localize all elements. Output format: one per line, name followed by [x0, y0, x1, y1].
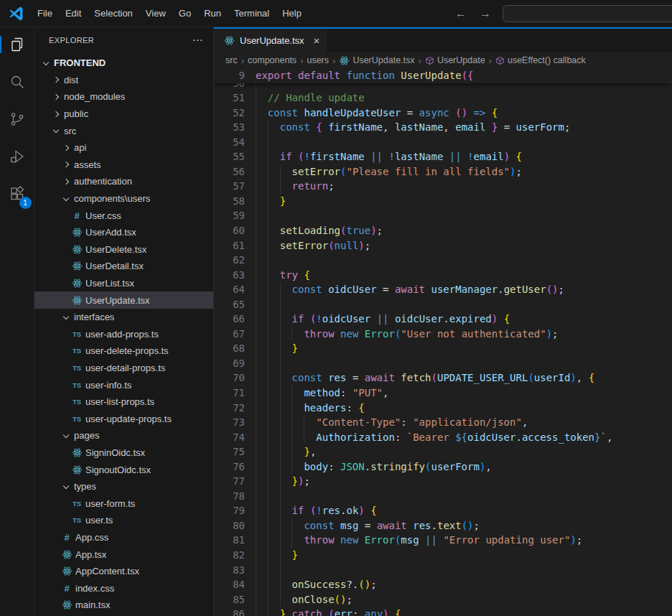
- code-line[interactable]: 68 }: [214, 341, 672, 356]
- tree-item-assets[interactable]: assets: [34, 157, 213, 174]
- menu-item-edit[interactable]: Edit: [59, 5, 88, 22]
- code-line-content[interactable]: [245, 253, 672, 268]
- code-line[interactable]: 56 setError("Please fill in all fields")…: [214, 164, 672, 179]
- line-number[interactable]: 84: [214, 577, 245, 592]
- line-number[interactable]: 9: [214, 68, 245, 83]
- tree-item-pages[interactable]: pages: [34, 427, 213, 444]
- breadcrumb-item-useeffect-callback[interactable]: useEffect() callback: [495, 55, 586, 65]
- code-line[interactable]: 82 }: [214, 548, 672, 563]
- code-line-content[interactable]: onClose();: [245, 592, 672, 607]
- command-center-search[interactable]: [503, 5, 672, 22]
- code-line-content[interactable]: [245, 563, 672, 578]
- code-line-content[interactable]: Authorization: `Bearer ${oidcUser.access…: [245, 430, 672, 445]
- menu-item-selection[interactable]: Selection: [88, 5, 139, 22]
- code-line[interactable]: 53 const { firstName, lastName, email } …: [214, 120, 672, 135]
- tree-item-app-tsx[interactable]: App.tsx: [34, 546, 213, 563]
- breadcrumb-item-components[interactable]: components: [248, 55, 297, 65]
- tree-item-api[interactable]: api: [34, 139, 213, 157]
- tree-item-user-info-ts[interactable]: TSuser-info.ts: [34, 376, 213, 393]
- tree-item-interfaces[interactable]: interfaces: [34, 309, 213, 326]
- line-number[interactable]: 68: [214, 341, 245, 356]
- code-line-content[interactable]: "Content-Type": "application/json",: [245, 415, 672, 430]
- code-line-content[interactable]: if (!firstName || !lastName || !email) {: [245, 149, 672, 164]
- tree-item-authentication[interactable]: authentication: [34, 173, 213, 190]
- tree-item-app-css[interactable]: #App.css: [34, 529, 213, 546]
- explorer-icon[interactable]: [7, 34, 27, 55]
- tab-userupdate[interactable]: UserUpdate.tsx ×: [214, 29, 327, 52]
- code-line[interactable]: 64 const oidcUser = await userManager.ge…: [214, 282, 672, 297]
- code-line-content[interactable]: },: [245, 444, 672, 459]
- menu-item-file[interactable]: File: [31, 5, 59, 22]
- code-line[interactable]: 85 onClose();: [214, 592, 672, 607]
- line-number[interactable]: 81: [214, 533, 245, 548]
- code-line[interactable]: 52 const handleUpdateUser = async () => …: [214, 106, 672, 121]
- tree-item-public[interactable]: public: [34, 106, 213, 123]
- menu-item-go[interactable]: Go: [172, 5, 197, 22]
- code-line-content[interactable]: const oidcUser = await userManager.getUs…: [245, 282, 672, 297]
- line-number[interactable]: 85: [214, 592, 245, 607]
- tree-item-index-css[interactable]: #index.css: [34, 579, 213, 597]
- line-number[interactable]: 72: [214, 401, 245, 416]
- code-line-content[interactable]: [245, 208, 672, 223]
- tree-item-src[interactable]: src: [34, 122, 213, 139]
- code-line[interactable]: 73 "Content-Type": "application/json",: [214, 415, 672, 430]
- run-debug-icon[interactable]: [7, 146, 27, 167]
- breadcrumb-item-userupdate-tsx[interactable]: UserUpdate.tsx: [339, 55, 414, 66]
- tree-item-dist[interactable]: dist: [34, 72, 213, 89]
- code-line[interactable]: 62: [214, 253, 672, 268]
- nav-back-icon[interactable]: ←: [455, 7, 467, 20]
- code-line[interactable]: 79 if (!res.ok) {: [214, 503, 672, 518]
- code-line[interactable]: 55 if (!firstName || !lastName || !email…: [214, 149, 672, 164]
- code-line[interactable]: 70 const res = await fetch(UPDATE_USER_U…: [214, 370, 672, 386]
- code-line-content[interactable]: // Handle update: [245, 90, 672, 106]
- code-line[interactable]: 83: [214, 563, 672, 578]
- tree-item-user-add-props-ts[interactable]: TSuser-add-props.ts: [34, 326, 213, 343]
- code-line-content[interactable]: if (!oidcUser || oidcUser.expired) {: [245, 312, 672, 327]
- line-number[interactable]: 67: [214, 327, 245, 342]
- code-line-content[interactable]: throw new Error("User not authenticated"…: [245, 327, 672, 342]
- code-line-content[interactable]: const msg = await res.text();: [245, 518, 672, 533]
- code-line-content[interactable]: });: [245, 474, 672, 489]
- line-number[interactable]: 55: [214, 149, 245, 164]
- menu-item-run[interactable]: Run: [197, 5, 228, 22]
- tree-item-userdelete-tsx[interactable]: UserDelete.tsx: [34, 241, 213, 258]
- menu-item-terminal[interactable]: Terminal: [228, 5, 276, 22]
- line-number[interactable]: 73: [214, 415, 245, 430]
- tree-item-user-form-ts[interactable]: TSuser-form.ts: [34, 495, 213, 512]
- code-line[interactable]: 84 onSuccess?.();: [214, 577, 672, 592]
- code-line[interactable]: 80 const msg = await res.text();: [214, 518, 672, 533]
- menu-item-view[interactable]: View: [139, 5, 172, 22]
- line-number[interactable]: 69: [214, 356, 245, 371]
- line-number[interactable]: 77: [214, 474, 245, 489]
- tree-item-user-delete-props-ts[interactable]: TSuser-delete-props.ts: [34, 342, 213, 360]
- line-number[interactable]: 57: [214, 179, 245, 194]
- tree-item-user-update-props-ts[interactable]: TSuser-update-props.ts: [34, 410, 213, 427]
- line-number[interactable]: 61: [214, 238, 245, 253]
- tree-item-components-users[interactable]: components\users: [34, 190, 213, 207]
- code-line[interactable]: 58 }: [214, 194, 672, 209]
- code-line[interactable]: 59: [214, 208, 672, 223]
- line-number[interactable]: 54: [214, 135, 245, 150]
- line-number[interactable]: 79: [214, 503, 245, 518]
- line-number[interactable]: 59: [214, 208, 245, 223]
- line-number[interactable]: 63: [214, 268, 245, 283]
- code-line-content[interactable]: if (!res.ok) {: [245, 503, 672, 518]
- code-line[interactable]: 57 return;: [214, 179, 672, 194]
- code-line[interactable]: 67 throw new Error("User not authenticat…: [214, 327, 672, 342]
- code-line-content[interactable]: throw new Error(msg || "Error updating u…: [245, 533, 672, 548]
- code-line-content[interactable]: setLoading(true);: [245, 223, 672, 238]
- tree-item-user-list-props-ts[interactable]: TSuser-list-props.ts: [34, 393, 213, 411]
- extensions-icon[interactable]: 1: [7, 184, 27, 204]
- breadcrumb-item-src[interactable]: src: [225, 55, 238, 65]
- source-control-icon[interactable]: [7, 109, 27, 129]
- line-number[interactable]: 58: [214, 194, 245, 209]
- nav-forward-icon[interactable]: →: [480, 7, 491, 20]
- menu-item-help[interactable]: Help: [276, 5, 308, 22]
- code-line[interactable]: 51 // Handle update: [214, 90, 672, 106]
- code-line[interactable]: 81 throw new Error(msg || "Error updatin…: [214, 533, 672, 548]
- line-number[interactable]: 53: [214, 120, 245, 135]
- line-number[interactable]: 60: [214, 223, 245, 238]
- code-line-content[interactable]: [245, 135, 672, 150]
- line-number[interactable]: 62: [214, 253, 245, 268]
- tree-item-userupdate-tsx[interactable]: UserUpdate.tsx: [34, 291, 213, 309]
